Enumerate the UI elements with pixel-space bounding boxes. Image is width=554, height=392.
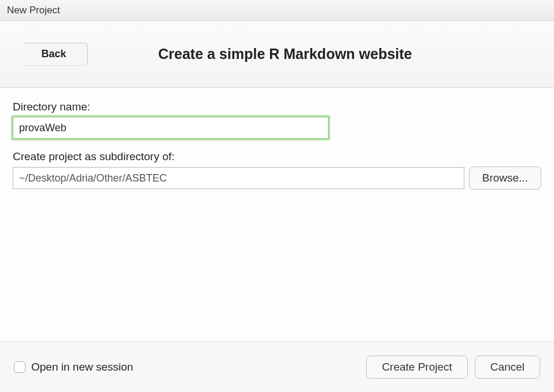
wizard-header: Back Create a simple R Markdown website [0, 21, 554, 88]
window-titlebar: New Project [0, 0, 554, 21]
form-content: Directory name: Create project as subdir… [0, 88, 554, 341]
cancel-label: Cancel [490, 361, 525, 373]
browse-button-label: Browse... [482, 172, 528, 184]
directory-name-input[interactable] [13, 117, 328, 139]
subdirectory-row: Browse... [13, 167, 541, 190]
create-project-label: Create Project [382, 361, 452, 373]
create-project-button[interactable]: Create Project [366, 356, 467, 379]
page-title: Create a simple R Markdown website [30, 46, 540, 62]
directory-name-row [13, 117, 541, 139]
open-new-session-label: Open in new session [31, 361, 133, 373]
open-new-session-wrap: Open in new session [14, 361, 359, 373]
window-title: New Project [7, 5, 60, 16]
new-project-window: New Project Back Create a simple R Markd… [0, 0, 554, 392]
cancel-button[interactable]: Cancel [475, 356, 540, 379]
directory-name-label: Directory name: [13, 101, 541, 113]
open-new-session-checkbox[interactable] [14, 361, 25, 373]
back-button[interactable]: Back [14, 43, 88, 66]
subdirectory-input[interactable] [13, 167, 464, 189]
browse-button[interactable]: Browse... [469, 167, 541, 190]
subdirectory-label: Create project as subdirectory of: [13, 150, 541, 163]
back-button-label: Back [41, 48, 66, 60]
footer: Open in new session Create Project Cance… [0, 341, 554, 392]
